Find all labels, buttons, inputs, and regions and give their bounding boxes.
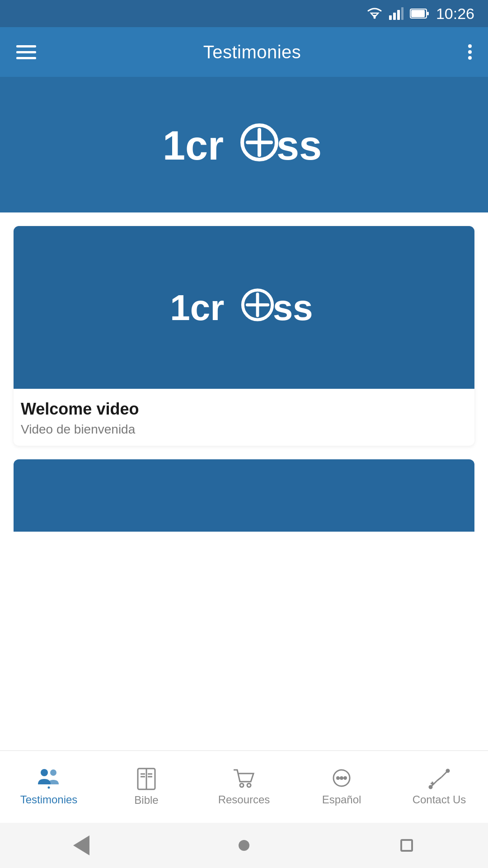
system-navigation-bar [0,823,488,868]
video-subtitle-1: Video de bienvenida [21,422,467,437]
svg-rect-3 [397,10,400,20]
main-content: 1cr ss Welcome video Video de bienvenida [0,212,488,750]
svg-rect-7 [427,12,429,15]
svg-point-28 [247,783,251,787]
nav-label-resources: Resources [218,793,270,806]
status-time: 10:26 [436,5,474,23]
svg-point-32 [344,777,347,779]
video-card-1[interactable]: 1cr ss Welcome video Video de bienvenida [14,226,474,446]
svg-point-30 [337,777,339,779]
hamburger-menu-button[interactable] [16,45,36,59]
svg-point-19 [50,769,56,776]
home-button[interactable] [230,832,258,859]
contact-icon [428,768,450,790]
svg-rect-1 [389,15,392,20]
more-options-button[interactable] [468,44,472,60]
svg-rect-6 [411,10,425,17]
video-info-1: Welcome video Video de bienvenida [14,389,474,446]
svg-point-31 [341,777,343,779]
svg-text:1cr: 1cr [163,123,224,168]
svg-point-18 [41,769,48,776]
svg-point-20 [48,786,50,788]
svg-point-27 [240,783,244,787]
thumbnail-logo-1: 1cr ss [167,284,321,331]
svg-point-0 [373,17,375,19]
app-bar: Testimonies [0,27,488,77]
nav-label-contact-us: Contact Us [413,793,466,806]
nav-label-espanol: Español [322,793,361,806]
svg-point-37 [446,769,449,772]
svg-point-36 [429,786,432,788]
nav-item-testimonies[interactable]: Testimonies [0,768,98,806]
svg-text:ss: ss [273,288,313,328]
status-icons: 10:26 [366,5,474,23]
nav-item-contact-us[interactable]: Contact Us [390,768,488,806]
cart-icon [233,768,255,790]
video-title-1: Welcome video [21,400,467,419]
page-title: Testimonies [203,42,301,62]
status-bar: 10:26 [0,0,488,27]
back-button[interactable] [68,832,95,859]
svg-rect-2 [393,13,396,20]
nav-item-resources[interactable]: Resources [195,768,293,806]
video-thumbnail-1[interactable]: 1cr ss [14,226,474,389]
svg-text:ss: ss [277,123,322,168]
bottom-navigation: Testimonies Bible Resources Español [0,750,488,823]
bible-icon [137,768,156,790]
battery-icon [410,8,430,19]
signal-icon [389,7,404,20]
video-card-2-partial[interactable] [14,459,474,532]
nav-item-espanol[interactable]: Español [293,768,390,806]
brand-logo-card: 1cr ss [167,284,321,329]
recents-button[interactable] [393,832,420,859]
hero-logo: 1cr ss [163,119,325,170]
nav-label-testimonies: Testimonies [20,793,78,806]
brand-logo-hero: 1cr ss [163,119,325,169]
chat-icon [330,768,353,790]
nav-label-bible: Bible [134,794,158,807]
nav-item-bible[interactable]: Bible [98,768,195,807]
hero-banner: 1cr ss [0,77,488,212]
testimonies-icon [37,768,61,790]
svg-rect-4 [401,7,404,20]
svg-line-35 [437,777,441,781]
wifi-icon [366,7,383,20]
svg-text:1cr: 1cr [170,288,224,328]
